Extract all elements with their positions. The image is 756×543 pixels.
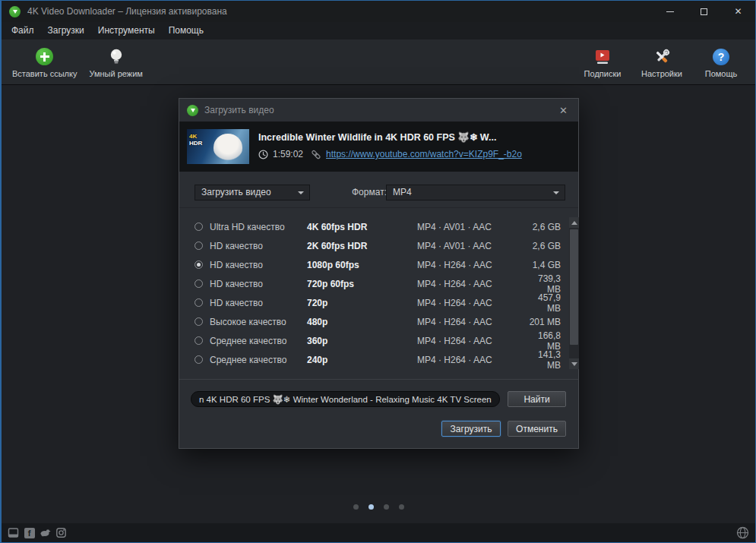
quality-radio[interactable] [195, 242, 203, 250]
menu-item-tools[interactable]: Инструменты [91, 22, 162, 39]
quality-list-scrollbar[interactable] [569, 217, 579, 369]
page-dot[interactable] [384, 504, 389, 510]
quality-row[interactable]: HD качество 720p MP4 · H264 · AAC 457,9 … [195, 293, 569, 312]
toolbar: Вставить ссылку Умный режим [2, 39, 755, 85]
quality-codec: MP4 · H264 · AAC [417, 279, 527, 289]
quality-resolution: 4K 60fps HDR [307, 222, 417, 232]
paste-link-button[interactable]: Вставить ссылку [6, 44, 83, 81]
quality-codec: MP4 · AV01 · AAC [417, 222, 527, 232]
quality-radio[interactable] [195, 336, 203, 345]
title-bar: 4K Video Downloader – Лицензия активиров… [2, 1, 755, 22]
quality-radio[interactable] [195, 317, 203, 326]
quality-resolution: 720p 60fps [307, 279, 417, 289]
page-dot[interactable] [399, 504, 404, 510]
quality-row[interactable]: HD качество 2K 60fps HDR MP4 · AV01 · AA… [195, 236, 569, 255]
smart-mode-label: Умный режим [89, 69, 142, 78]
chevron-down-icon [298, 191, 304, 194]
quality-radio[interactable] [195, 298, 203, 307]
dialog-close-button[interactable]: ✕ [556, 99, 571, 122]
video-meta-row: 1:59:02 https://www.youtube.com/watch?v=… [258, 149, 522, 159]
quality-resolution: 720p [307, 298, 417, 308]
quality-label: Ultra HD качество [210, 222, 307, 232]
cancel-button[interactable]: Отменить [508, 421, 566, 437]
quality-label: HD качество [210, 241, 307, 251]
filename-input[interactable] [191, 391, 500, 407]
maximize-button[interactable] [687, 1, 721, 22]
video-thumbnail: 4KHDR [187, 129, 249, 164]
quality-row[interactable]: HD качество 1080p 60fps MP4 · H264 · AAC… [195, 255, 569, 274]
format-select-value: MP4 [393, 187, 412, 197]
settings-button[interactable]: Настройки [632, 44, 691, 81]
help-label: Помощь [705, 69, 738, 78]
menu-item-help[interactable]: Помощь [162, 22, 210, 39]
question-icon: ? [711, 47, 731, 67]
quality-resolution: 1080p 60fps [307, 260, 417, 270]
quality-resolution: 360p [307, 336, 417, 346]
close-icon: ✕ [734, 6, 742, 17]
toolbar-right-group: Подписки Настройки [573, 44, 751, 81]
format-label: Формат: [352, 187, 387, 197]
action-select[interactable]: Загрузить видео [195, 185, 310, 200]
download-button[interactable]: Загрузить [441, 421, 501, 437]
smart-mode-button[interactable]: Умный режим [83, 44, 148, 81]
quality-radio[interactable] [195, 355, 203, 364]
lightbulb-icon [106, 47, 126, 67]
quality-row[interactable]: Среднее качество 360p MP4 · H264 · AAC 1… [195, 331, 569, 350]
thumbnail-4k-hdr-badge: 4KHDR [189, 133, 202, 147]
quality-resolution: 480p [307, 317, 417, 327]
dialog-title: Загрузить видео [204, 105, 274, 115]
main-area: Загрузить видео ✕ 4KHDR Incredible Winte… [2, 86, 755, 523]
quality-row[interactable]: HD качество 720p 60fps MP4 · H264 · AAC … [195, 274, 569, 293]
dialog-close-icon: ✕ [559, 105, 568, 116]
quality-radio[interactable] [195, 223, 203, 231]
close-button[interactable]: ✕ [721, 1, 755, 22]
subscriptions-label: Подписки [584, 69, 622, 78]
controls-separator [179, 207, 578, 208]
subscriptions-icon [593, 47, 612, 67]
quality-row[interactable]: Ultra HD качество 4K 60fps HDR MP4 · AV0… [195, 217, 569, 236]
video-info-strip: 4KHDR Incredible Winter Wildlife in 4K H… [179, 122, 578, 172]
quality-codec: MP4 · H264 · AAC [417, 260, 527, 270]
paste-link-label: Вставить ссылку [12, 69, 77, 78]
language-globe-icon[interactable] [736, 526, 749, 539]
toolbar-left-group: Вставить ссылку Умный режим [6, 44, 149, 81]
facebook-icon[interactable]: f [24, 527, 35, 538]
quality-resolution: 2K 60fps HDR [307, 241, 417, 251]
chevron-down-icon [553, 191, 559, 194]
quality-size: 166,8 MB [527, 330, 569, 352]
menu-item-downloads[interactable]: Загрузки [41, 22, 91, 39]
quality-size: 141,3 MB [527, 349, 569, 371]
quality-size: 2,6 GB [527, 241, 569, 251]
minimize-button[interactable] [653, 1, 687, 22]
link-icon [311, 150, 321, 159]
quality-label: Среднее качество [210, 355, 307, 365]
format-select[interactable]: MP4 [386, 185, 565, 200]
browse-button[interactable]: Найти [508, 391, 566, 407]
clock-icon [258, 150, 268, 159]
scroll-up-arrow-icon[interactable] [569, 217, 579, 228]
minimize-icon [666, 11, 674, 12]
page-dot[interactable] [353, 504, 359, 510]
menu-item-file[interactable]: Файл [5, 22, 41, 39]
quality-radio[interactable] [195, 279, 203, 288]
help-button[interactable]: ? Помощь [691, 44, 751, 81]
quality-codec: MP4 · H264 · AAC [417, 355, 527, 365]
instagram-icon[interactable] [55, 527, 67, 538]
wolf-image [214, 134, 242, 161]
filename-separator [179, 379, 578, 380]
quality-row[interactable]: Высокое качество 480p MP4 · H264 · AAC 2… [195, 312, 569, 331]
scrollbar-thumb[interactable] [570, 229, 578, 345]
quality-resolution: 240p [307, 355, 417, 365]
video-url-link[interactable]: https://www.youtube.com/watch?v=KIZp9F_-… [326, 149, 522, 159]
twitter-icon[interactable] [40, 527, 51, 538]
quality-radio[interactable] [195, 260, 203, 269]
paste-link-plus-icon [35, 47, 55, 67]
subscriptions-button[interactable]: Подписки [573, 44, 632, 81]
quality-size: 1,4 GB [527, 260, 569, 270]
app-window-icon[interactable] [8, 527, 19, 538]
scroll-down-arrow-icon[interactable] [569, 358, 579, 369]
page-dot[interactable] [369, 504, 374, 510]
quality-row[interactable]: Среднее качество 240p MP4 · H264 · AAC 1… [195, 350, 569, 369]
quality-size: 457,9 MB [527, 292, 569, 314]
quality-label: HD качество [210, 298, 307, 308]
